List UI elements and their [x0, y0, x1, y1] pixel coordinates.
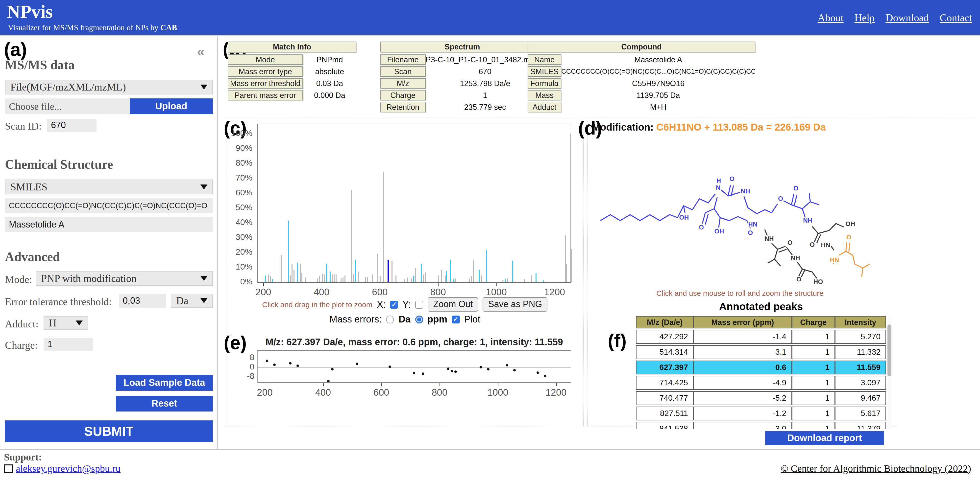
spectrum-peak-unannotated[interactable]	[441, 269, 442, 282]
spectrum-peak-unannotated[interactable]	[524, 279, 525, 282]
spectrum-peak-unannotated[interactable]	[321, 274, 323, 282]
spectrum-peak-unannotated[interactable]	[407, 278, 407, 282]
plot-checkbox[interactable]	[452, 316, 460, 324]
ppm-radio[interactable]	[415, 316, 423, 324]
peak-row[interactable]: 427.292-1.415.270	[636, 330, 886, 344]
spectrum-peak-unannotated[interactable]	[290, 275, 291, 282]
mass-error-point[interactable]	[506, 364, 509, 367]
spectrum-peak-annotated[interactable]	[453, 279, 455, 282]
spectrum-peak-unannotated[interactable]	[415, 268, 416, 282]
spectrum-peak-unannotated[interactable]	[344, 275, 345, 282]
spectrum-peak-unannotated[interactable]	[425, 272, 426, 282]
spectrum-peak-unannotated[interactable]	[471, 276, 472, 282]
peak-row[interactable]: 827.511-1.215.617	[636, 406, 886, 421]
spectrum-peak-unannotated[interactable]	[508, 278, 508, 282]
peak-row[interactable]: 514.3143.1111.332	[636, 345, 886, 359]
spectrum-peak-unannotated[interactable]	[331, 275, 332, 282]
nav-link-about[interactable]: About	[818, 12, 844, 24]
save-as-png-button[interactable]: Save as PNG	[482, 297, 547, 311]
spectrum-peak-unannotated[interactable]	[404, 279, 405, 282]
submit-button[interactable]: SUBMIT	[5, 421, 213, 442]
spectrum-peak-annotated[interactable]	[450, 260, 451, 282]
spectrum-peak-unannotated[interactable]	[324, 275, 325, 282]
spectrum-peak-unannotated[interactable]	[305, 278, 307, 282]
spectrum-peak-unannotated[interactable]	[473, 260, 474, 282]
spectrum-peak-annotated[interactable]	[329, 271, 331, 282]
spectrum-peak-annotated[interactable]	[505, 279, 506, 282]
nav-link-download[interactable]: Download	[886, 12, 929, 24]
spectrum-peak-unannotated[interactable]	[319, 276, 320, 282]
spectrum-peak-unannotated[interactable]	[570, 133, 571, 282]
error-unit-select[interactable]: Da	[171, 294, 213, 308]
spectrum-peak-unannotated[interactable]	[293, 270, 294, 282]
spectrum-peak-unannotated[interactable]	[455, 278, 456, 282]
spectrum-peak-unannotated[interactable]	[445, 275, 446, 282]
smiles-input[interactable]: CCCCCCCC(O)CC(=O)NC(CC(C)C)C(=O)NC(CCC(O…	[5, 198, 213, 213]
mass-error-point[interactable]	[289, 362, 291, 364]
spectrum-peak-unannotated[interactable]	[395, 275, 396, 282]
peak-row[interactable]: 714.425-4.913.097	[636, 376, 886, 390]
spectrum-peak-unannotated[interactable]	[281, 255, 282, 282]
spectrum-peak-annotated[interactable]	[326, 264, 327, 282]
spectrum-peak-unannotated[interactable]	[353, 274, 354, 282]
spectrum-peak-unannotated[interactable]	[438, 275, 439, 282]
spectrum-peak-annotated[interactable]	[297, 263, 298, 282]
spectrum-peak-unannotated[interactable]	[423, 275, 424, 282]
spectrum-peak-unannotated[interactable]	[365, 277, 366, 282]
spectrum-peak-annotated[interactable]	[421, 264, 422, 282]
peak-row[interactable]: 740.477-5.219.467	[636, 391, 886, 405]
error-tolerance-input[interactable]: 0,03	[119, 294, 166, 308]
spectrum-peak-unannotated[interactable]	[300, 264, 301, 282]
mass-error-point[interactable]	[413, 372, 415, 375]
spectrum-peak-selected[interactable]	[388, 260, 389, 282]
adduct-select[interactable]: H	[43, 316, 88, 330]
spectrum-peak-unannotated[interactable]	[502, 280, 503, 282]
mass-error-point[interactable]	[455, 370, 457, 373]
spectrum-peak-unannotated[interactable]	[565, 235, 566, 282]
mass-error-point[interactable]	[422, 372, 424, 375]
zoom-out-button[interactable]: Zoom Out	[428, 297, 478, 311]
mass-error-point[interactable]	[536, 372, 539, 374]
mass-error-point[interactable]	[327, 380, 329, 382]
app-logo[interactable]: NPvis	[7, 1, 53, 22]
y-zoom-checkbox[interactable]	[415, 300, 423, 308]
spectrum-peak-unannotated[interactable]	[268, 275, 269, 282]
mass-error-point[interactable]	[266, 360, 268, 362]
spectrum-peak-annotated[interactable]	[355, 260, 356, 282]
spectrum-peak-annotated[interactable]	[512, 260, 513, 282]
spectrum-peak-annotated[interactable]	[413, 276, 414, 282]
compound-name-input[interactable]: Massetolide A	[5, 217, 213, 232]
spectrum-peak-annotated[interactable]	[288, 220, 289, 282]
mass-error-point[interactable]	[356, 362, 359, 365]
molecule-structure-viewer[interactable]: OHHNONHOOHHNOOONHOOHHNNHONHOHOOHN	[595, 138, 885, 286]
spectrum-peak-annotated[interactable]	[272, 279, 273, 282]
upload-button[interactable]: Upload	[130, 98, 213, 114]
spectrum-peak-unannotated[interactable]	[342, 278, 344, 282]
mass-error-plot[interactable]	[258, 350, 571, 383]
mode-select[interactable]: PNP with modification	[36, 271, 213, 286]
spectrum-peak-unannotated[interactable]	[566, 264, 567, 282]
spectrum-peak-unannotated[interactable]	[380, 276, 381, 282]
download-report-button[interactable]: Download report	[765, 431, 884, 445]
spectrum-peak-unannotated[interactable]	[334, 275, 334, 282]
mass-error-point[interactable]	[513, 369, 516, 371]
load-sample-data-button[interactable]: Load Sample Data	[116, 375, 213, 391]
peak-row[interactable]: 841.538-3.0111.379	[636, 422, 886, 429]
spectrum-peak-annotated[interactable]	[265, 275, 266, 282]
da-radio[interactable]	[386, 316, 394, 324]
scan-id-input[interactable]: 670	[47, 119, 97, 132]
spectrum-peak-unannotated[interactable]	[367, 277, 368, 282]
mass-error-point[interactable]	[447, 367, 449, 370]
spectrum-peak-unannotated[interactable]	[377, 254, 378, 282]
spectrum-peak-unannotated[interactable]	[351, 190, 352, 282]
collapse-sidebar-icon[interactable]: «	[197, 44, 205, 60]
spectrum-peak-unannotated[interactable]	[531, 275, 532, 282]
spectrum-peak-annotated[interactable]	[543, 281, 544, 282]
peak-row[interactable]: 627.3970.6111.559	[636, 360, 886, 375]
mass-error-point[interactable]	[331, 368, 334, 370]
support-email-link[interactable]: aleksey.gurevich@spbu.ru	[16, 463, 121, 474]
copyright-link[interactable]: © Center for Algorithmic Biotechnology (…	[781, 463, 971, 474]
x-zoom-checkbox[interactable]	[390, 300, 398, 308]
spectrum-peak-unannotated[interactable]	[383, 171, 384, 282]
spectrum-peak-unannotated[interactable]	[340, 278, 342, 282]
